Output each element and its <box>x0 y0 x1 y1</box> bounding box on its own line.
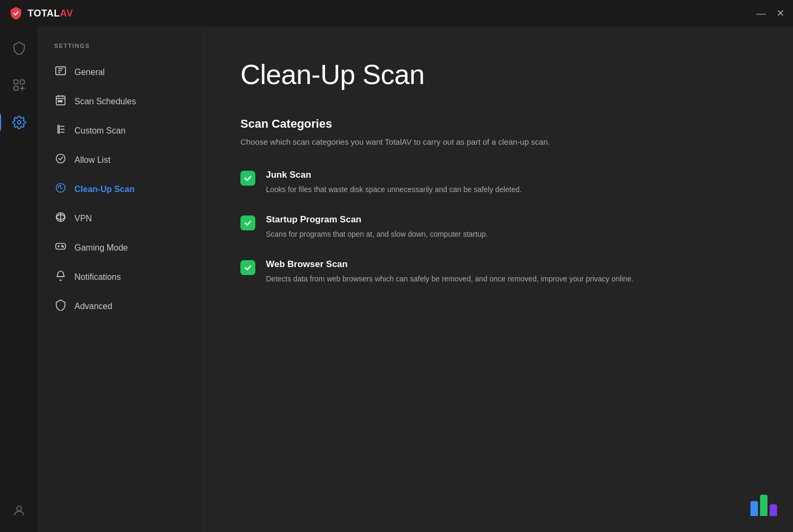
svg-rect-0 <box>14 80 18 84</box>
watermark-bar-3 <box>770 504 777 516</box>
custom-scan-icon <box>54 123 67 138</box>
sidebar-item-cleanup-label: Clean-Up Scan <box>74 185 135 194</box>
watermark <box>750 495 777 516</box>
svg-point-16 <box>58 128 60 130</box>
cleanup-icon <box>54 182 67 196</box>
logo-total: TOTAL <box>28 8 60 19</box>
main-content: Clean-Up Scan Scan Categories Choose whi… <box>203 27 793 532</box>
browser-scan-checkbox[interactable] <box>240 260 255 275</box>
sidebar-item-advanced-label: Advanced <box>74 302 112 311</box>
rail-icon-shield[interactable] <box>9 37 30 59</box>
sidebar-item-general[interactable]: General <box>38 57 203 87</box>
sidebar-item-allow-list-label: Allow List <box>74 155 111 165</box>
svg-point-3 <box>17 121 21 124</box>
browser-scan-title: Web Browser Scan <box>266 259 633 270</box>
window-controls: — ✕ <box>756 9 784 18</box>
svg-point-21 <box>56 154 65 163</box>
sidebar-item-advanced[interactable]: Advanced <box>38 292 203 321</box>
calendar-icon <box>54 94 67 109</box>
startup-scan-title: Startup Program Scan <box>266 214 488 225</box>
svg-point-29 <box>63 246 64 247</box>
sidebar-item-general-label: General <box>74 68 105 77</box>
scan-item-browser: Web Browser Scan Detects data from web b… <box>240 259 756 285</box>
bell-icon <box>54 270 67 284</box>
svg-point-4 <box>16 506 21 511</box>
app-logo: TOTALAV <box>9 6 73 21</box>
junk-scan-content: Junk Scan Looks for files that waste dis… <box>266 170 522 195</box>
general-icon <box>54 65 67 79</box>
app-layout: SETTINGS General <box>0 27 793 532</box>
sidebar-item-cleanup-scan[interactable]: Clean-Up Scan <box>38 174 203 204</box>
logo-av: AV <box>60 8 73 19</box>
advanced-icon <box>54 299 67 313</box>
watermark-bar-2 <box>760 495 767 516</box>
sidebar-item-scan-schedules-label: Scan Schedules <box>74 97 136 106</box>
junk-scan-checkbox[interactable] <box>240 171 255 186</box>
startup-scan-content: Startup Program Scan Scans for programs … <box>266 214 488 240</box>
svg-point-15 <box>58 126 60 128</box>
sidebar-item-custom-scan[interactable]: Custom Scan <box>38 116 203 145</box>
sidebar: SETTINGS General <box>38 27 203 532</box>
startup-scan-checkbox[interactable] <box>240 215 255 230</box>
rail-icon-settings[interactable] <box>9 112 30 133</box>
sidebar-item-vpn[interactable]: VPN <box>38 204 203 233</box>
section-title: Scan Categories <box>240 117 756 131</box>
sidebar-item-scan-schedules[interactable]: Scan Schedules <box>38 87 203 116</box>
startup-scan-desc: Scans for programs that open at, and slo… <box>266 228 488 240</box>
page-title: Clean-Up Scan <box>240 59 756 90</box>
browser-scan-desc: Detects data from web browsers which can… <box>266 273 633 285</box>
svg-rect-1 <box>20 80 24 84</box>
scan-item-junk: Junk Scan Looks for files that waste dis… <box>240 170 756 195</box>
svg-point-17 <box>58 131 60 134</box>
titlebar: TOTALAV — ✕ <box>0 0 793 27</box>
scan-item-startup: Startup Program Scan Scans for programs … <box>240 214 756 240</box>
minimize-button[interactable]: — <box>756 9 766 18</box>
svg-rect-25 <box>56 244 65 250</box>
close-button[interactable]: ✕ <box>777 9 784 18</box>
browser-scan-content: Web Browser Scan Detects data from web b… <box>266 259 633 285</box>
sidebar-item-custom-scan-label: Custom Scan <box>74 126 126 136</box>
svg-rect-13 <box>58 101 60 102</box>
sidebar-item-notifications[interactable]: Notifications <box>38 262 203 292</box>
junk-scan-title: Junk Scan <box>266 170 522 180</box>
sidebar-item-allow-list[interactable]: Allow List <box>38 145 203 174</box>
watermark-bar-1 <box>750 501 758 516</box>
sidebar-item-notifications-label: Notifications <box>74 272 121 282</box>
icon-rail <box>0 27 38 532</box>
rail-icon-apps[interactable] <box>9 74 30 96</box>
logo-shield-icon <box>9 6 23 21</box>
rail-icon-user[interactable] <box>9 500 30 521</box>
sidebar-section-label: SETTINGS <box>38 43 203 49</box>
sidebar-item-gaming-label: Gaming Mode <box>74 243 128 253</box>
svg-rect-2 <box>14 86 18 90</box>
sidebar-item-vpn-label: VPN <box>74 214 92 223</box>
section-description: Choose which scan categories you want To… <box>240 136 756 148</box>
sidebar-item-gaming-mode[interactable]: Gaming Mode <box>38 233 203 262</box>
check-circle-icon <box>54 153 67 167</box>
svg-rect-14 <box>61 101 62 102</box>
vpn-icon <box>54 211 67 226</box>
gaming-icon <box>54 240 67 255</box>
junk-scan-desc: Looks for files that waste disk space un… <box>266 184 522 195</box>
